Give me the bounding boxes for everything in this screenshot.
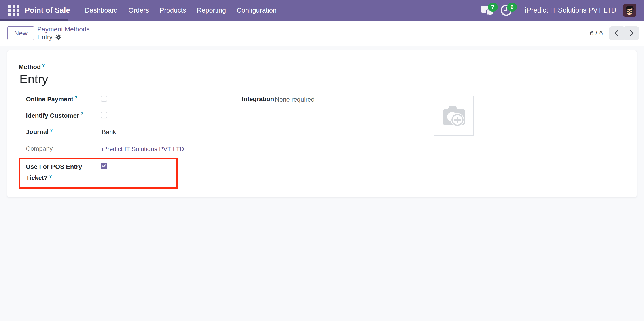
breadcrumb: Payment Methods Entry (37, 25, 90, 41)
checkmark-icon (102, 164, 106, 167)
control-panel: New Payment Methods Entry (0, 20, 644, 46)
main-content: Method? Entry Online Payment? Identify C… (0, 46, 644, 321)
breadcrumb-payment-methods[interactable]: Payment Methods (37, 25, 90, 33)
apps-menu-icon[interactable] (8, 5, 20, 16)
company-switcher[interactable]: iPredict IT Solutions PVT LTD (525, 6, 616, 14)
activities-count-badge: 6 (507, 3, 517, 12)
actions-gear-icon[interactable] (55, 34, 62, 40)
chevron-left-icon (614, 29, 620, 37)
journal-value[interactable]: Bank (102, 129, 116, 136)
integration-label: Integration (242, 96, 274, 103)
menu-item-products[interactable]: Products (155, 4, 190, 17)
menu-item-orders[interactable]: Orders (124, 4, 154, 17)
new-button[interactable]: New (8, 26, 34, 40)
chevron-right-icon (629, 29, 634, 37)
integration-value: None required (275, 96, 314, 103)
online-payment-help-icon[interactable]: ? (75, 95, 77, 100)
method-help-icon[interactable]: ? (42, 63, 45, 68)
company-label: Company (26, 145, 53, 152)
camera-add-icon (440, 103, 468, 128)
menu-item-dashboard[interactable]: Dashboard (80, 4, 122, 17)
identify-customer-label: Identify Customer? (26, 111, 83, 119)
form-sheet: Method? Entry Online Payment? Identify C… (7, 50, 637, 197)
activities-button[interactable]: 6 (500, 3, 516, 17)
use-for-pos-entry-help-icon[interactable]: ? (49, 174, 52, 178)
top-navbar: Point of Sale Dashboard Orders Products … (0, 0, 644, 20)
online-payment-label: Online Payment? (26, 95, 77, 103)
method-field-label: Method? (18, 63, 45, 71)
messages-count-badge: 7 (488, 3, 498, 12)
app-name[interactable]: Point of Sale (25, 6, 70, 14)
loading-progress-strip (0, 19, 68, 20)
identify-customer-checkbox[interactable] (101, 112, 107, 118)
method-image-upload[interactable] (434, 96, 474, 136)
journal-help-icon[interactable]: ? (50, 128, 52, 133)
menu-item-configuration[interactable]: Configuration (232, 4, 281, 17)
company-value-link[interactable]: iPredict IT Solutions PVT LTD (102, 146, 184, 153)
pager-count: 6 / 6 (590, 29, 603, 37)
record-name-input[interactable]: Entry (20, 72, 48, 86)
use-for-pos-entry-ticket-label: Use For POS Entry Ticket?? (26, 162, 82, 183)
breadcrumb-current-record: Entry (37, 33, 52, 41)
user-avatar[interactable] (623, 4, 636, 17)
menu-item-reporting[interactable]: Reporting (192, 4, 230, 17)
top-menu: Dashboard Orders Products Reporting Conf… (80, 4, 281, 17)
online-payment-checkbox[interactable] (101, 96, 107, 102)
pager-previous-button[interactable] (609, 26, 624, 40)
messages-button[interactable]: 7 (481, 3, 497, 17)
identify-customer-help-icon[interactable]: ? (80, 111, 83, 116)
journal-label: Journal? (26, 128, 52, 136)
pager-next-button[interactable] (624, 26, 639, 40)
use-for-pos-entry-ticket-checkbox[interactable] (101, 163, 107, 169)
